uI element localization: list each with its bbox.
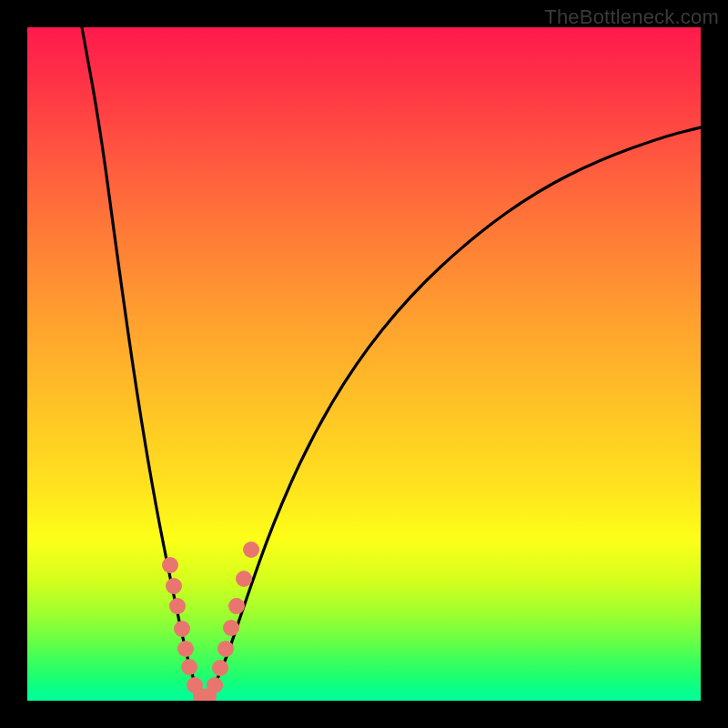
marker-dot <box>207 677 223 693</box>
marker-dot <box>174 621 190 637</box>
marker-dot <box>223 620 239 636</box>
bottleneck-curve <box>82 27 701 696</box>
chart-plot-area <box>27 27 701 701</box>
marker-dot <box>166 578 182 594</box>
marker-dot <box>177 641 194 657</box>
marker-dot <box>181 659 197 675</box>
chart-svg <box>27 27 701 701</box>
marker-dot <box>162 557 178 573</box>
marker-cluster <box>162 541 259 701</box>
marker-dot <box>228 598 245 614</box>
marker-dot <box>169 598 186 614</box>
chart-frame: TheBottleneck.com <box>0 0 728 728</box>
marker-dot <box>217 641 234 657</box>
marker-dot <box>212 660 228 676</box>
watermark-text: TheBottleneck.com <box>544 5 719 29</box>
marker-dot <box>243 541 259 558</box>
marker-dot <box>236 571 252 587</box>
